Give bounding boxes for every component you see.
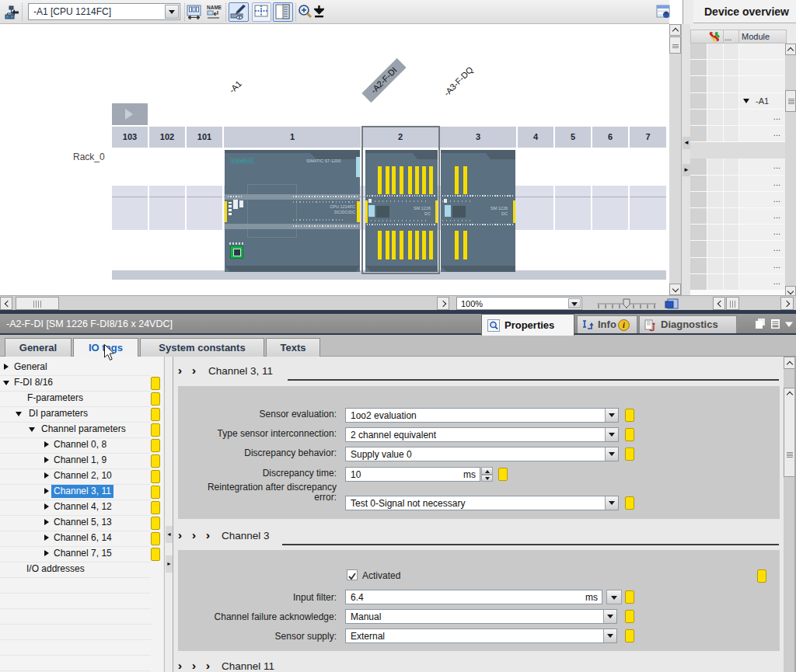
svg-text:NAME: NAME [207, 5, 222, 10]
